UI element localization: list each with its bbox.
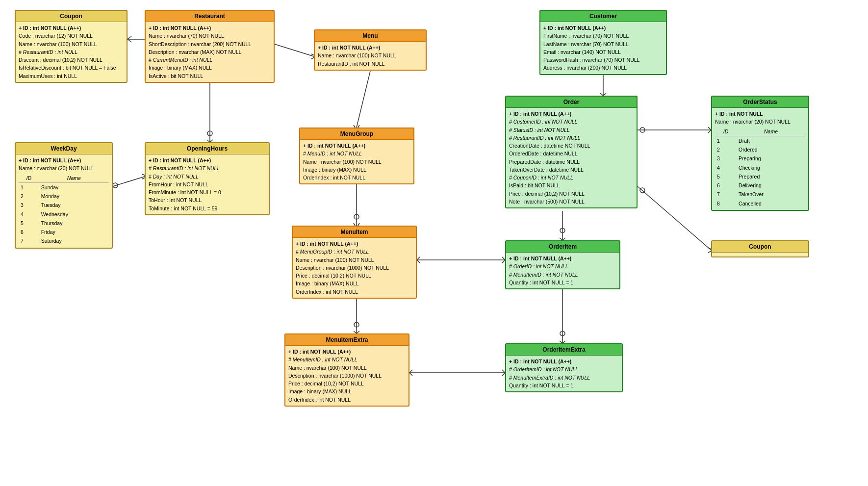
field-row: + ID : int NOT NULL (A++)	[318, 44, 423, 51]
table-row: 3Preparing	[715, 154, 805, 163]
table-row: 1Sunday	[19, 182, 109, 192]
field-row: IsActive : bit NOT NULL	[149, 72, 271, 80]
table-row: 6Friday	[19, 228, 109, 236]
field-row: Quantity : int NOT NULL = 1	[509, 279, 616, 286]
table-cell: 6	[715, 181, 737, 190]
field-row: # StatusID : int NOT NULL	[509, 126, 634, 134]
entity-coupon_top: Coupon+ ID : int NOT NULL (A++)Code : nv…	[15, 10, 128, 83]
field-row: # MenuItemID : int NOT NULL	[288, 356, 406, 363]
field-row: Name : nvarchar (100) NOT NULL	[19, 40, 124, 48]
svg-point-39	[560, 228, 565, 233]
entity-weekday: WeekDay+ ID : int NOT NULL (A++)Name : n…	[15, 142, 113, 249]
field-row: ToHour : int NOT NULL	[149, 196, 266, 204]
field-row: ToMinute : int NOT NULL = 59	[149, 205, 266, 212]
entity-title-menu_item: MenuItem	[293, 227, 416, 238]
table-cell: Wednesday	[39, 210, 109, 219]
entity-body-order_item: + ID : int NOT NULL (A++)# OrderID : int…	[506, 253, 619, 288]
table-cell: 2	[715, 145, 737, 154]
table-row: 2Ordered	[715, 145, 805, 154]
field-row: ShortDescription : nvarchar (200) NOT NU…	[149, 40, 271, 48]
entity-body-order: + ID : int NOT NULL (A++)# CustomerID : …	[506, 108, 637, 207]
entity-order_status: OrderStatus+ ID : int NOT NULLName : nva…	[711, 96, 809, 211]
field-row: Description : nvarchar (MAX) NOT NULL	[149, 48, 271, 56]
table-row: 8Cancelled	[715, 199, 805, 208]
table-row: 4Checking	[715, 163, 805, 172]
field-row: # MenuID : int NOT NULL	[303, 150, 410, 157]
diagram-container: Coupon+ ID : int NOT NULL (A++)Code : nv…	[0, 0, 868, 486]
table-cell: Delivering	[737, 181, 805, 190]
svg-point-21	[354, 214, 359, 219]
field-row: Description : nvarchar (1000) NOT NULL	[296, 264, 413, 272]
field-row: + ID : int NOT NULL (A++)	[543, 24, 663, 32]
svg-line-34	[409, 370, 412, 373]
field-row: MaximumUses : int NULL	[19, 72, 124, 80]
entity-body-order_item_extra: + ID : int NOT NULL (A++)# OrderItemID :…	[506, 356, 622, 391]
field-row: Email : nvarchar (140) NOT NULL	[543, 48, 663, 56]
svg-line-2	[128, 39, 131, 42]
entity-title-menu: Menu	[315, 30, 426, 42]
field-row: Description : nvarchar (1000) NOT NULL	[288, 372, 406, 380]
entity-opening_hours: OpeningHours+ ID : int NOT NULL (A++)# R…	[145, 142, 270, 215]
table-cell: 2	[19, 192, 39, 201]
field-row: + ID : int NOT NULL (A++)	[149, 156, 266, 164]
entity-menu_item: MenuItem+ ID : int NOT NULL (A++)# MenuG…	[292, 226, 417, 299]
entity-body-menu: + ID : int NOT NULL (A++)Name : nvarchar…	[315, 42, 426, 70]
table-cell: 4	[715, 163, 737, 172]
entity-title-coupon_bottom: Coupon	[712, 241, 808, 253]
table-cell: Sunday	[39, 182, 109, 192]
field-row: CreationDate : datetime NOT NULL	[509, 142, 634, 150]
table-row: 5Prepared	[715, 172, 805, 181]
entity-title-order_item_extra: OrderItemExtra	[506, 344, 622, 356]
table-cell: 3	[715, 154, 737, 163]
table-cell: Prepared	[737, 172, 805, 181]
field-row: Name : nvarchar (100) NOT NULL	[296, 256, 413, 264]
table-cell: Thursday	[39, 219, 109, 228]
entity-order: Order+ ID : int NOT NULL (A++)# Customer…	[505, 96, 638, 208]
table-row: 5Thursday	[19, 219, 109, 228]
table-cell: TakenOver	[737, 190, 805, 199]
table-cell: Tuesday	[39, 201, 109, 209]
entity-title-restaurant: Restaurant	[146, 11, 274, 22]
field-row: FromMinute : int NOT NULL = 0	[149, 188, 266, 196]
entity-title-menu_item_extra: MenuItemExtra	[285, 334, 408, 346]
field-row: + ID : int NOT NULL (A++)	[303, 142, 410, 150]
field-row: # OrderItemID : int NOT NULL	[509, 365, 619, 373]
field-row: Image : binary (MAX) NULL	[296, 280, 413, 287]
table-row: 4Wednesday	[19, 210, 109, 219]
entity-title-weekday: WeekDay	[16, 143, 112, 154]
field-row: + ID : int NOT NULL (A++)	[288, 348, 406, 356]
entity-body-customer: + ID : int NOT NULL (A++)FirstName : nva…	[540, 22, 666, 74]
field-row: FromHour : int NOT NULL	[149, 180, 266, 188]
entity-body-coupon_top: + ID : int NOT NULL (A++)Code : nvarchar…	[16, 22, 127, 82]
field-row: # CouponID : int NOT NULL	[509, 174, 634, 181]
svg-line-26	[417, 260, 420, 263]
table-cell: 6	[19, 228, 39, 236]
table-cell: Monday	[39, 192, 109, 201]
entity-title-customer: Customer	[540, 11, 666, 22]
entity-body-menu_group: + ID : int NOT NULL (A++)# MenuID : int …	[300, 140, 413, 183]
field-row: OrderIndex : int NOT NULL	[288, 396, 406, 404]
field-row: # CustomerID : int NOT NULL	[509, 118, 634, 126]
table-cell: Preparing	[737, 154, 805, 163]
data-table-weekday: IDName1Sunday2Monday3Tuesday4Wednesday5T…	[19, 174, 109, 246]
field-row: + ID : int NOT NULL (A++)	[19, 156, 109, 164]
entity-customer: Customer+ ID : int NOT NULL (A++)FirstNa…	[539, 10, 667, 75]
table-header: Name	[737, 127, 805, 136]
table-cell: 4	[19, 210, 39, 219]
table-cell: Draft	[737, 136, 805, 145]
field-row: PreparedDate : datetime NULL	[509, 158, 634, 166]
svg-line-1	[128, 36, 131, 39]
table-cell: 7	[19, 236, 39, 245]
field-row: Image : binary (MAX) NULL	[149, 64, 271, 72]
field-row: Discount : decimal (10,2) NOT NULL	[19, 56, 124, 64]
field-row: Code : nvarchar (12) NOT NULL	[19, 32, 124, 40]
entity-title-order_status: OrderStatus	[712, 97, 808, 108]
entity-body-order_status: + ID : int NOT NULLName : nvarchar (20) …	[712, 108, 808, 210]
svg-point-30	[354, 322, 359, 327]
field-row: OrderIndex : int NOT NULL	[303, 174, 410, 181]
table-cell: Cancelled	[737, 199, 805, 208]
table-header: Name	[39, 174, 109, 183]
table-header: ID	[19, 174, 39, 183]
svg-point-12	[113, 183, 118, 188]
svg-line-15	[357, 71, 370, 128]
